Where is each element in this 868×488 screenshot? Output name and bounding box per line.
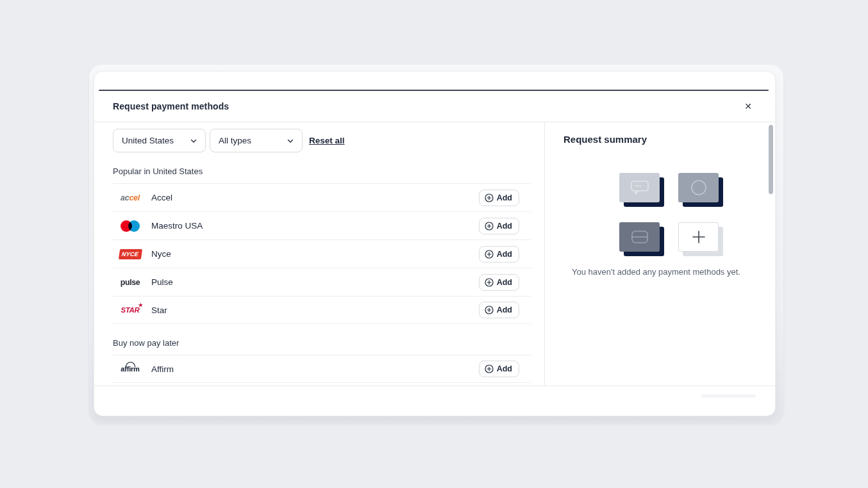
payment-method-name: Affirm [151, 364, 174, 374]
chevron-down-icon [190, 137, 197, 145]
scrollbar[interactable] [766, 122, 775, 386]
payment-methods-column: United States All types Reset all Popula… [94, 122, 545, 386]
add-nyce-button[interactable]: Add [479, 246, 519, 263]
section-label-bnpl: Buy now pay later [113, 338, 544, 348]
plus-circle-icon [485, 222, 494, 231]
plus-circle-icon [485, 278, 494, 287]
maestro-logo-icon [119, 218, 141, 234]
type-select-value: All types [219, 136, 251, 145]
bnpl-list: affirm Affirm Add [113, 355, 531, 386]
list-item-pulse: pulse Pulse Add [113, 268, 531, 296]
plus-circle-icon [485, 305, 494, 314]
empty-state-illustration [619, 173, 723, 256]
circle-card-icon [678, 173, 719, 202]
modal-header: Request payment methods ✕ [94, 91, 775, 122]
add-star-button[interactable]: Add [479, 302, 519, 318]
footer-skeleton-bar [701, 394, 756, 398]
payment-method-name: Accel [151, 193, 172, 202]
wallet-card-icon [619, 222, 660, 252]
list-item-nyce: NYCE Nyce Add [113, 240, 531, 268]
modal-body: United States All types Reset all Popula… [94, 122, 775, 386]
nyce-logo-icon: NYCE [119, 247, 141, 262]
accel-logo-icon: accel [119, 190, 141, 206]
section-label-popular: Popular in United States [113, 167, 544, 176]
pulse-logo-icon: pulse [119, 275, 141, 290]
add-accel-button[interactable]: Add [479, 190, 519, 206]
list-item-affirm: affirm Affirm Add [113, 355, 531, 383]
summary-title: Request summary [563, 134, 766, 145]
country-select[interactable]: United States [113, 129, 206, 152]
plus-circle-icon [485, 250, 494, 259]
payment-method-name: Nyce [151, 249, 171, 259]
payment-method-name: Pulse [151, 277, 173, 287]
close-icon[interactable]: ✕ [742, 100, 755, 113]
list-item-star: STAR★ Star Add [113, 296, 531, 324]
chevron-down-icon [287, 137, 294, 145]
country-select-value: United States [122, 136, 174, 145]
list-item-accel: accel Accel Add [113, 183, 531, 211]
star-logo-icon: STAR★ [119, 302, 141, 318]
payment-method-name: Star [151, 305, 167, 315]
add-maestro-button[interactable]: Add [479, 218, 519, 234]
type-select[interactable]: All types [210, 129, 303, 152]
list-item-maestro-usa: Maestro USA Add [113, 211, 531, 240]
payment-methods-list: accel Accel Add Maestro USA Add [113, 183, 531, 324]
payment-method-name: Maestro USA [151, 221, 203, 231]
scrollbar-thumb[interactable] [769, 125, 773, 194]
empty-state-message: You haven't added any payment methods ye… [545, 267, 767, 277]
plus-circle-icon [485, 193, 494, 202]
add-pulse-button[interactable]: Add [479, 274, 519, 291]
modal-title: Request payment methods [113, 101, 229, 111]
reset-all-link[interactable]: Reset all [309, 136, 345, 145]
request-payment-methods-modal: Request payment methods ✕ United States … [94, 71, 776, 416]
plus-card-icon [678, 222, 719, 252]
request-summary-panel: Request summary [545, 122, 766, 386]
modal-footer [94, 386, 775, 416]
plus-circle-icon [485, 364, 494, 373]
chat-bubble-card-icon [619, 173, 660, 202]
affirm-logo-icon: affirm [119, 361, 141, 377]
filters-row: United States All types Reset all [113, 129, 544, 152]
add-affirm-button[interactable]: Add [479, 361, 519, 377]
